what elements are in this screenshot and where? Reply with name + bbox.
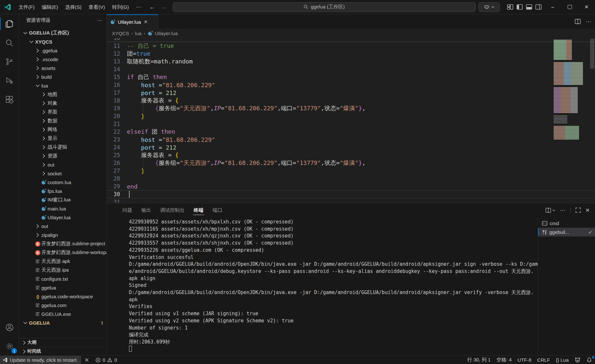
panel-tab-问题[interactable]: 问题: [118, 203, 137, 217]
code-line-22[interactable]: 22elseif 团 then: [107, 128, 595, 136]
activity-explorer[interactable]: [0, 14, 19, 33]
tree-item-zipalign[interactable]: zipalign: [19, 231, 107, 239]
code-line-13[interactable]: 13取随机数=math.random: [107, 58, 595, 65]
menu-⋯[interactable]: ⋯: [133, 3, 145, 12]
toggle-primary-sidebar-icon[interactable]: [517, 4, 523, 10]
tree-item-显示[interactable]: 显示: [19, 134, 107, 143]
breadcrumb-lua[interactable]: lua: [135, 31, 142, 36]
tree-item-.vscode[interactable]: .vscode: [19, 55, 107, 64]
code-line-21[interactable]: 21: [107, 120, 595, 128]
eol-sequence[interactable]: CRLF: [534, 356, 553, 364]
indentation[interactable]: 空格: 4: [493, 356, 515, 364]
editor-more-actions-button[interactable]: ⋯: [586, 19, 591, 25]
tree-item-.ggelua[interactable]: .ggelua: [19, 46, 107, 55]
tree-item-fps.lua[interactable]: fps.lua: [19, 187, 107, 195]
code-line-28[interactable]: 28: [107, 175, 595, 182]
update-ready-button[interactable]: Update is ready, click to restart.: [0, 356, 81, 364]
maximize-button[interactable]: [561, 0, 578, 14]
activity-source-control[interactable]: [0, 52, 19, 71]
panel-tab-调试控制台[interactable]: 调试控制台: [156, 203, 189, 217]
menu-查看[interactable]: 查看(V): [85, 3, 108, 12]
menu-选择[interactable]: 选择(S): [62, 3, 85, 12]
sidebar-more-button[interactable]: ⋯: [97, 18, 102, 23]
activity-extensions[interactable]: [0, 90, 19, 109]
code-line-26[interactable]: 26 {服务组="天元西游",IP="81.68.206.229",端口="13…: [107, 159, 595, 167]
tree-item-GGELUA.exe[interactable]: GGELUA.exe: [19, 310, 107, 318]
tree-item-GGELUA (工作区)[interactable]: GGELUA (工作区): [19, 29, 107, 37]
tree-item-开发梦幻西游.sublime-workspace[interactable]: S开发梦幻西游.sublime-workspace: [19, 248, 107, 257]
tree-item-out[interactable]: out: [19, 222, 107, 231]
cursor-position[interactable]: 行 30, 列 1: [464, 356, 494, 364]
command-center-search[interactable]: ggelua (工作区): [173, 2, 476, 12]
panel-tab-输出[interactable]: 输出: [137, 203, 156, 217]
tree-item-assets[interactable]: assets: [19, 64, 107, 73]
toggle-secondary-sidebar-icon[interactable]: [535, 4, 542, 10]
tree-item-socket[interactable]: socket: [19, 169, 107, 178]
code-line-30[interactable]: 30: [107, 190, 595, 198]
nav-back-button[interactable]: ←: [149, 4, 155, 11]
tree-item-build[interactable]: build: [19, 73, 107, 81]
tree-item-IM窗口.lua[interactable]: IM窗口.lua: [19, 195, 107, 204]
tree-item-ggelua.com[interactable]: ggelua.com: [19, 301, 107, 310]
language-mode[interactable]: {} Lua: [553, 356, 572, 364]
code-editor[interactable]: 1011-- 自己 = true12团=true13取随机数=math.rand…: [107, 38, 595, 203]
code-line-10[interactable]: 10: [107, 38, 595, 42]
tree-item-战斗逻辑[interactable]: 战斗逻辑: [19, 143, 107, 152]
tree-item-UIlayer.lua[interactable]: UIlayer.lua: [19, 213, 107, 222]
code-line-23[interactable]: 23 host ="81.68.206.229": [107, 136, 595, 143]
tree-item-custom.lua[interactable]: custom.lua: [19, 178, 107, 187]
tree-item-界面[interactable]: 界面: [19, 108, 107, 116]
code-line-24[interactable]: 24 port = 212: [107, 143, 595, 151]
editor-scrollbar[interactable]: [590, 39, 594, 69]
tree-item-GGELUA[interactable]: GGELUA!: [19, 318, 107, 327]
tree-item-数据[interactable]: 数据: [19, 116, 107, 125]
menu-编辑[interactable]: 编辑(E): [38, 3, 62, 12]
code-line-25[interactable]: 25 服务器表 = {: [107, 151, 595, 159]
gge-extension-button[interactable]: [572, 356, 584, 364]
code-line-16[interactable]: 16 host ="81.68.206.229": [107, 81, 595, 89]
problems-indicator[interactable]: 0 0: [92, 356, 120, 364]
minimap[interactable]: [554, 40, 588, 142]
tree-item-main.lua[interactable]: main.lua: [19, 204, 107, 213]
tree-item-开发梦幻西游.sublime-project[interactable]: S开发梦幻西游.sublime-project: [19, 239, 107, 248]
menu-文件[interactable]: 文件(F): [15, 3, 38, 12]
customize-layout-icon[interactable]: [507, 4, 513, 10]
tree-item-configure.txt[interactable]: configure.txt: [19, 275, 107, 283]
tab-uilayer-lua[interactable]: UIlayer.lua ✕: [107, 14, 158, 29]
code-line-20[interactable]: 20 }: [107, 112, 595, 120]
code-line-18[interactable]: 18 服务器表 = {: [107, 97, 595, 104]
terminal-session-ggebuil...[interactable]: ggebuil...✓: [538, 228, 595, 236]
sidebar-section-时间线[interactable]: 时间线: [19, 347, 107, 356]
activity-search[interactable]: [0, 33, 19, 52]
breadcrumb-XYQCS[interactable]: XYQCS: [112, 31, 129, 36]
terminal-output[interactable]: 4229930952 assets/assets/xh/bpxlxh.csv (…: [107, 217, 538, 356]
encoding[interactable]: UTF-8: [515, 356, 534, 364]
copilot-menu-button[interactable]: [478, 2, 500, 12]
sidebar-section-大纲[interactable]: 大纲: [19, 338, 107, 347]
code-line-17[interactable]: 17 port = 212: [107, 89, 595, 97]
code-line-15[interactable]: 15if 自己 then: [107, 73, 595, 81]
minimize-button[interactable]: –: [544, 0, 561, 14]
tree-item-资源[interactable]: 资源: [19, 152, 107, 160]
settings-button[interactable]: 1: [0, 337, 19, 356]
split-terminal-button[interactable]: [545, 208, 555, 213]
panel-tab-终端[interactable]: 终端: [189, 203, 208, 217]
tab-close-icon[interactable]: ✕: [144, 19, 148, 24]
activity-run-debug[interactable]: [0, 71, 19, 90]
panel-more-actions-button[interactable]: ⋯: [560, 207, 565, 213]
tree-item-天元西游.ipa[interactable]: 天元西游.ipa: [19, 266, 107, 275]
maximize-panel-icon[interactable]: [575, 208, 581, 213]
panel-tab-端口[interactable]: 端口: [208, 203, 227, 217]
tree-item-对象[interactable]: 对象: [19, 99, 107, 108]
tree-item-XYQCS[interactable]: XYQCS: [19, 37, 107, 46]
tree-item-out[interactable]: out: [19, 160, 107, 169]
tree-item-天元西游.apk[interactable]: 天元西游.apk: [19, 257, 107, 266]
toggle-panel-icon[interactable]: [526, 4, 532, 10]
notifications-bell-button[interactable]: [584, 356, 595, 364]
split-editor-icon[interactable]: [575, 19, 581, 24]
code-line-12[interactable]: 12团=true: [107, 50, 595, 58]
code-line-31[interactable]: 31: [107, 198, 595, 203]
nav-forward-button[interactable]: →: [161, 4, 167, 11]
code-line-14[interactable]: 14: [107, 65, 595, 73]
tree-item-ggelua[interactable]: ggelua: [19, 283, 107, 292]
